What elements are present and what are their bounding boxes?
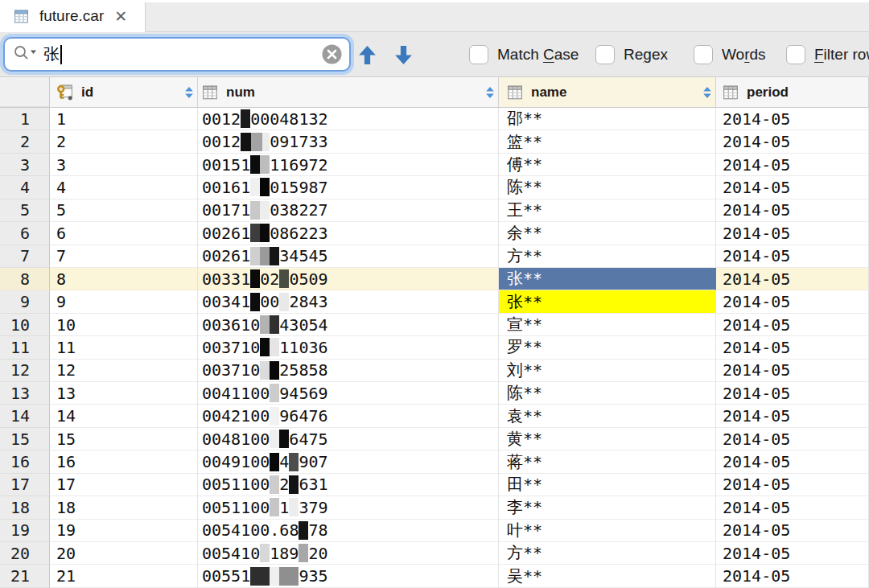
- cell-period[interactable]: 2014-05: [716, 222, 869, 245]
- column-header-num[interactable]: num: [198, 77, 499, 107]
- cell-id[interactable]: 15: [50, 428, 198, 450]
- cell-period[interactable]: 2014-05: [716, 565, 869, 587]
- regex-checkbox[interactable]: [595, 45, 615, 64]
- cell-period[interactable]: 2014-05: [716, 108, 869, 130]
- cell-period[interactable]: 2014-05: [716, 199, 869, 222]
- cell-num[interactable]: 001200048132: [198, 108, 499, 130]
- row-number-cell[interactable]: 4: [0, 176, 50, 199]
- cell-id[interactable]: 14: [50, 405, 198, 427]
- column-header-id[interactable]: id: [50, 77, 198, 107]
- cell-name[interactable]: 田**: [499, 474, 716, 496]
- cell-num[interactable]: 004210096476: [198, 405, 499, 427]
- cell-id[interactable]: 3: [50, 154, 198, 176]
- cell-period[interactable]: 2014-05: [716, 154, 869, 176]
- tab-close-icon[interactable]: ✕: [114, 9, 127, 24]
- cell-num[interactable]: 00341002843: [198, 290, 499, 313]
- row-number-cell[interactable]: 18: [0, 496, 50, 519]
- cell-id[interactable]: 19: [50, 520, 198, 542]
- cell-name[interactable]: 罗**: [499, 336, 716, 359]
- cell-period[interactable]: 2014-05: [716, 428, 869, 450]
- row-number-cell[interactable]: 14: [0, 405, 50, 427]
- cell-name[interactable]: 傅**: [499, 154, 716, 176]
- cell-period[interactable]: 2014-05: [716, 130, 869, 153]
- previous-match-button[interactable]: [357, 44, 377, 66]
- cell-period[interactable]: 2014-05: [716, 176, 869, 199]
- cell-period[interactable]: 2014-05: [716, 290, 869, 313]
- clear-search-icon[interactable]: [321, 43, 343, 65]
- cell-id[interactable]: 8: [50, 268, 198, 290]
- cell-period[interactable]: 2014-05: [716, 520, 869, 542]
- cell-id[interactable]: 4: [50, 176, 198, 199]
- cell-num[interactable]: 00331020509: [198, 268, 499, 290]
- cell-num[interactable]: 0054100.6878: [198, 520, 499, 542]
- row-number-cell[interactable]: 7: [0, 245, 50, 268]
- cell-id[interactable]: 21: [50, 565, 198, 587]
- cell-name[interactable]: 蒋**: [499, 450, 716, 473]
- cell-period[interactable]: 2014-05: [716, 314, 869, 336]
- cell-num[interactable]: 00371011036: [198, 336, 499, 359]
- cell-name-selected[interactable]: 张**: [499, 268, 716, 290]
- cell-id[interactable]: 18: [50, 496, 198, 519]
- cell-id[interactable]: 2: [50, 130, 198, 153]
- cell-id[interactable]: 6: [50, 222, 198, 245]
- cell-num[interactable]: 00511001379: [198, 496, 499, 519]
- row-number-cell[interactable]: 2: [0, 130, 50, 153]
- cell-period[interactable]: 2014-05: [716, 268, 869, 290]
- cell-name[interactable]: 邵**: [499, 108, 716, 130]
- row-number-cell[interactable]: 21: [0, 565, 50, 587]
- cell-num[interactable]: 00171038227: [198, 199, 499, 222]
- cell-id[interactable]: 10: [50, 314, 198, 336]
- words-option[interactable]: Words: [694, 32, 766, 77]
- cell-name[interactable]: 刘**: [499, 360, 716, 382]
- match-case-checkbox[interactable]: [469, 45, 488, 64]
- cell-id[interactable]: 5: [50, 199, 198, 222]
- row-number-cell[interactable]: 10: [0, 314, 50, 336]
- next-match-button[interactable]: [393, 44, 414, 66]
- match-case-option[interactable]: Match Case: [469, 32, 579, 77]
- row-number-cell[interactable]: 17: [0, 474, 50, 496]
- cell-period[interactable]: 2014-05: [716, 360, 869, 382]
- cell-num[interactable]: 00151116972: [198, 154, 499, 176]
- cell-id[interactable]: 9: [50, 290, 198, 313]
- cell-name[interactable]: 宣**: [499, 314, 716, 336]
- filter-rows-checkbox[interactable]: [786, 45, 805, 64]
- cell-id[interactable]: 13: [50, 382, 198, 405]
- cell-num[interactable]: 0026134545: [198, 245, 499, 268]
- cell-id[interactable]: 7: [50, 245, 198, 268]
- cell-id[interactable]: 1: [50, 108, 198, 130]
- cell-period[interactable]: 2014-05: [716, 336, 869, 359]
- sort-toggle-icon[interactable]: [702, 84, 712, 100]
- cell-num[interactable]: 00541018920: [198, 542, 499, 565]
- row-number-cell[interactable]: 6: [0, 222, 50, 245]
- row-number-cell[interactable]: 1: [0, 108, 50, 130]
- cell-num[interactable]: 0012091733: [198, 130, 499, 153]
- cell-id[interactable]: 16: [50, 450, 198, 473]
- cell-name[interactable]: 篮**: [499, 130, 716, 153]
- row-number-cell[interactable]: 20: [0, 542, 50, 565]
- cell-num[interactable]: 00361043054: [198, 314, 499, 336]
- cell-num[interactable]: 00161015987: [198, 176, 499, 199]
- cell-name-search-match[interactable]: 张**: [499, 290, 716, 313]
- cell-id[interactable]: 17: [50, 474, 198, 496]
- row-number-cell[interactable]: 13: [0, 382, 50, 405]
- cell-name[interactable]: 陈**: [499, 176, 716, 199]
- cell-name[interactable]: 叶**: [499, 520, 716, 542]
- row-number-cell[interactable]: 3: [0, 154, 50, 176]
- tab-future-car[interactable]: future.car ✕: [0, 0, 145, 32]
- cell-name[interactable]: 黄**: [499, 428, 716, 450]
- cell-num[interactable]: 004110094569: [198, 382, 499, 405]
- column-header-name[interactable]: name: [499, 77, 716, 107]
- row-number-cell[interactable]: 15: [0, 428, 50, 450]
- row-number-cell[interactable]: 9: [0, 290, 50, 313]
- cell-id[interactable]: 11: [50, 336, 198, 359]
- cell-name[interactable]: 方**: [499, 542, 716, 565]
- cell-num[interactable]: 00491004907: [198, 450, 499, 473]
- cell-period[interactable]: 2014-05: [716, 245, 869, 268]
- cell-period[interactable]: 2014-05: [716, 450, 869, 473]
- regex-option[interactable]: Regex: [595, 32, 668, 77]
- cell-name[interactable]: 方**: [499, 245, 716, 268]
- row-number-cell[interactable]: 8: [0, 268, 50, 290]
- cell-name[interactable]: 李**: [499, 496, 716, 519]
- column-header-period[interactable]: period: [716, 77, 869, 107]
- cell-id[interactable]: 12: [50, 360, 198, 382]
